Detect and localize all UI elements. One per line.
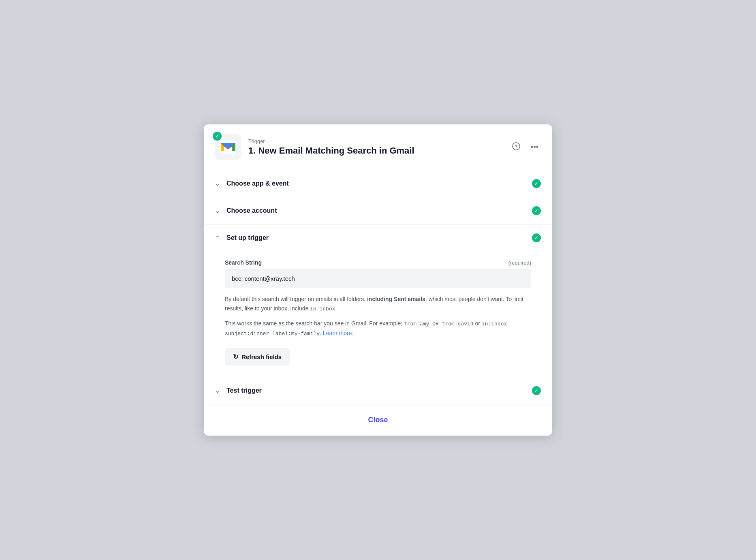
help-text-1-code: in:inbox — [310, 306, 335, 312]
help-button[interactable]: ? — [510, 141, 523, 154]
refresh-fields-label: Refresh fields — [241, 353, 282, 360]
help-text-1-pre: By default this search will trigger on e… — [225, 296, 367, 302]
more-options-button[interactable]: ••• — [528, 141, 541, 153]
chevron-down-icon-2: ⌄ — [215, 207, 222, 214]
header-title: 1. New Email Matching Search in Gmail — [248, 145, 510, 156]
help-text-1-end: . — [335, 305, 337, 312]
section-set-up-trigger-title: Set up trigger — [226, 234, 532, 242]
search-string-label: Search String — [225, 259, 262, 266]
close-button[interactable]: Close — [358, 413, 397, 427]
section-test-trigger-title: Test trigger — [226, 387, 532, 394]
section-choose-app-event-check: ✓ — [532, 179, 541, 188]
help-text-2-code: from:amy OR from:david — [404, 321, 474, 327]
section-test-trigger-header[interactable]: ⌄ Test trigger ✓ — [204, 377, 552, 404]
header-check-badge: ✓ — [213, 132, 222, 141]
section-choose-account-header[interactable]: ⌄ Choose account ✓ — [204, 197, 552, 224]
modal-header: ✓ Trigger 1. New Email Matching Search i… — [204, 124, 552, 170]
help-text-2-pre: This works the same as the search bar yo… — [225, 320, 404, 327]
learn-more-link[interactable]: Learn more. — [323, 330, 353, 336]
section-set-up-trigger-check: ✓ — [532, 233, 541, 242]
modal-container: ✓ Trigger 1. New Email Matching Search i… — [204, 124, 552, 436]
app-icon-wrapper: ✓ — [215, 134, 241, 160]
chevron-up-icon: ⌃ — [215, 235, 222, 241]
header-label: Trigger — [248, 138, 510, 144]
section-set-up-trigger: ⌃ Set up trigger ✓ Search String (requir… — [204, 224, 552, 377]
section-test-trigger: ⌄ Test trigger ✓ — [204, 377, 552, 404]
section-test-trigger-check: ✓ — [532, 386, 541, 395]
chevron-down-icon: ⌄ — [215, 180, 222, 187]
help-text-1-bold: including Sent emails — [367, 296, 425, 302]
refresh-fields-button[interactable]: ↻ Refresh fields — [225, 348, 290, 365]
svg-text:?: ? — [515, 144, 517, 150]
field-label-row: Search String (required) — [225, 259, 531, 266]
section-choose-app-event-title: Choose app & event — [226, 180, 532, 187]
search-string-input[interactable] — [225, 269, 531, 288]
help-text-2-mid: or — [474, 320, 482, 327]
section-choose-account-title: Choose account — [226, 207, 532, 214]
header-text-block: Trigger 1. New Email Matching Search in … — [248, 138, 510, 156]
section-choose-app-event: ⌄ Choose app & event ✓ — [204, 170, 552, 197]
help-text-2-post: . — [320, 330, 323, 336]
ellipsis-icon: ••• — [531, 143, 538, 151]
section-choose-app-event-header[interactable]: ⌄ Choose app & event ✓ — [204, 170, 552, 197]
required-badge: (required) — [508, 260, 531, 266]
section-set-up-trigger-header[interactable]: ⌃ Set up trigger ✓ — [204, 224, 552, 251]
modal-footer: Close — [204, 404, 552, 436]
trigger-setup-body: Search String (required) By default this… — [204, 251, 552, 377]
help-text-2: This works the same as the search bar yo… — [225, 319, 531, 338]
section-choose-account: ⌄ Choose account ✓ — [204, 197, 552, 224]
header-actions: ? ••• — [510, 141, 541, 154]
help-text-1: By default this search will trigger on e… — [225, 295, 531, 313]
section-choose-account-check: ✓ — [532, 206, 541, 215]
refresh-icon: ↻ — [233, 353, 238, 361]
chevron-down-icon-3: ⌄ — [215, 387, 222, 394]
